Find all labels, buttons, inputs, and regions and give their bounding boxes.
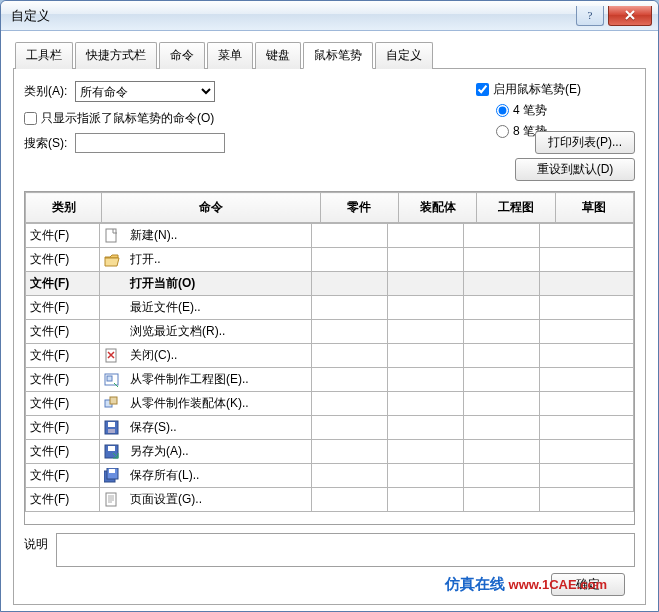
cell-gesture[interactable] — [464, 440, 540, 464]
open-icon — [104, 252, 120, 268]
tab-menu[interactable]: 菜单 — [207, 42, 253, 69]
header-category[interactable]: 类别 — [26, 193, 102, 223]
header-assembly[interactable]: 装配体 — [399, 193, 477, 223]
cell-gesture[interactable] — [388, 320, 464, 344]
cell-gesture[interactable] — [464, 344, 540, 368]
cell-gesture[interactable] — [464, 464, 540, 488]
tab-custom[interactable]: 自定义 — [375, 42, 433, 69]
tab-label: 自定义 — [386, 48, 422, 62]
tab-keyboard[interactable]: 键盘 — [255, 42, 301, 69]
cell-gesture[interactable] — [388, 392, 464, 416]
cell-gesture[interactable] — [312, 344, 388, 368]
ok-button[interactable]: 确定 — [551, 573, 625, 596]
cell-gesture[interactable] — [464, 296, 540, 320]
table-row[interactable]: 文件(F)打开.. — [26, 248, 634, 272]
tab-mouse-gesture[interactable]: 鼠标笔势 — [303, 42, 373, 69]
category-combo[interactable]: 所有命令 — [75, 81, 215, 102]
cell-gesture[interactable] — [540, 392, 634, 416]
table-row[interactable]: 文件(F)打开当前(O) — [26, 272, 634, 296]
cell-gesture[interactable] — [388, 224, 464, 248]
table-scroll[interactable]: 文件(F)新建(N)..文件(F)打开..文件(F)打开当前(O)文件(F)最近… — [25, 223, 634, 524]
help-button[interactable]: ? — [576, 6, 604, 26]
table-row[interactable]: 文件(F)从零件制作工程图(E).. — [26, 368, 634, 392]
cell-gesture[interactable] — [312, 368, 388, 392]
header-command[interactable]: 命令 — [102, 193, 320, 223]
enable-gesture-checkbox[interactable] — [476, 83, 489, 96]
cell-gesture[interactable] — [464, 272, 540, 296]
only-assigned-checkbox[interactable] — [24, 112, 37, 125]
command-label: 浏览最近文档(R).. — [130, 324, 225, 338]
cell-category: 文件(F) — [26, 368, 100, 392]
tab-shortcut[interactable]: 快捷方式栏 — [75, 42, 157, 69]
header-drawing[interactable]: 工程图 — [477, 193, 555, 223]
cell-gesture[interactable] — [388, 344, 464, 368]
cell-gesture[interactable] — [388, 488, 464, 512]
command-label: 关闭(C).. — [130, 348, 177, 362]
cell-gesture[interactable] — [312, 440, 388, 464]
table-row[interactable]: 文件(F)新建(N).. — [26, 224, 634, 248]
header-sketch[interactable]: 草图 — [555, 193, 633, 223]
cell-gesture[interactable] — [540, 344, 634, 368]
cell-gesture[interactable] — [388, 248, 464, 272]
cell-gesture[interactable] — [540, 416, 634, 440]
command-label: 从零件制作工程图(E).. — [130, 372, 249, 386]
cell-gesture[interactable] — [540, 488, 634, 512]
dialog-footer: 确定 仿真在线 www.1CAE.com — [24, 567, 635, 596]
gesture-4-radio[interactable] — [496, 104, 509, 117]
cell-gesture[interactable] — [388, 296, 464, 320]
cell-gesture[interactable] — [388, 416, 464, 440]
cell-gesture[interactable] — [540, 320, 634, 344]
cell-gesture[interactable] — [464, 416, 540, 440]
table-row[interactable]: 文件(F)保存所有(L).. — [26, 464, 634, 488]
header-part[interactable]: 零件 — [320, 193, 398, 223]
cell-gesture[interactable] — [464, 248, 540, 272]
cell-category: 文件(F) — [26, 464, 100, 488]
cell-gesture[interactable] — [312, 416, 388, 440]
cell-gesture[interactable] — [312, 296, 388, 320]
commands-table-header: 类别 命令 零件 装配体 工程图 草图 — [25, 192, 634, 223]
cell-gesture[interactable] — [540, 296, 634, 320]
cell-category: 文件(F) — [26, 320, 100, 344]
cell-gesture[interactable] — [388, 440, 464, 464]
cell-gesture[interactable] — [540, 224, 634, 248]
cell-gesture[interactable] — [312, 488, 388, 512]
cell-gesture[interactable] — [312, 248, 388, 272]
cell-gesture[interactable] — [312, 272, 388, 296]
cell-command: 页面设置(G).. — [100, 488, 312, 512]
cell-gesture[interactable] — [540, 368, 634, 392]
button-row: 打印列表(P)... — [24, 131, 635, 154]
cell-gesture[interactable] — [464, 224, 540, 248]
commands-table-wrap: 类别 命令 零件 装配体 工程图 草图 文件(F — [24, 191, 635, 525]
cell-gesture[interactable] — [464, 488, 540, 512]
tab-toolbar[interactable]: 工具栏 — [15, 42, 73, 69]
cell-gesture[interactable] — [540, 440, 634, 464]
cell-gesture[interactable] — [388, 464, 464, 488]
cell-gesture[interactable] — [312, 224, 388, 248]
cell-category: 文件(F) — [26, 272, 100, 296]
cell-gesture[interactable] — [464, 392, 540, 416]
close-button[interactable] — [608, 6, 652, 26]
cell-gesture[interactable] — [540, 272, 634, 296]
cell-gesture[interactable] — [312, 392, 388, 416]
table-row[interactable]: 文件(F)保存(S).. — [26, 416, 634, 440]
cell-category: 文件(F) — [26, 488, 100, 512]
save-icon — [104, 420, 120, 436]
cell-gesture[interactable] — [464, 368, 540, 392]
table-row[interactable]: 文件(F)关闭(C).. — [26, 344, 634, 368]
table-row[interactable]: 文件(F)页面设置(G).. — [26, 488, 634, 512]
cell-gesture[interactable] — [312, 464, 388, 488]
tab-command[interactable]: 命令 — [159, 42, 205, 69]
table-row[interactable]: 文件(F)另存为(A).. — [26, 440, 634, 464]
print-list-button[interactable]: 打印列表(P)... — [535, 131, 635, 154]
table-row[interactable]: 文件(F)从零件制作装配体(K).. — [26, 392, 634, 416]
table-row[interactable]: 文件(F)最近文件(E).. — [26, 296, 634, 320]
cell-gesture[interactable] — [540, 248, 634, 272]
reset-default-button[interactable]: 重设到默认(D) — [515, 158, 635, 181]
cell-gesture[interactable] — [388, 368, 464, 392]
cell-gesture[interactable] — [312, 320, 388, 344]
tab-strip: 工具栏 快捷方式栏 命令 菜单 键盘 鼠标笔势 自定义 — [13, 41, 646, 69]
cell-gesture[interactable] — [540, 464, 634, 488]
cell-gesture[interactable] — [388, 272, 464, 296]
cell-gesture[interactable] — [464, 320, 540, 344]
table-row[interactable]: 文件(F)浏览最近文档(R).. — [26, 320, 634, 344]
